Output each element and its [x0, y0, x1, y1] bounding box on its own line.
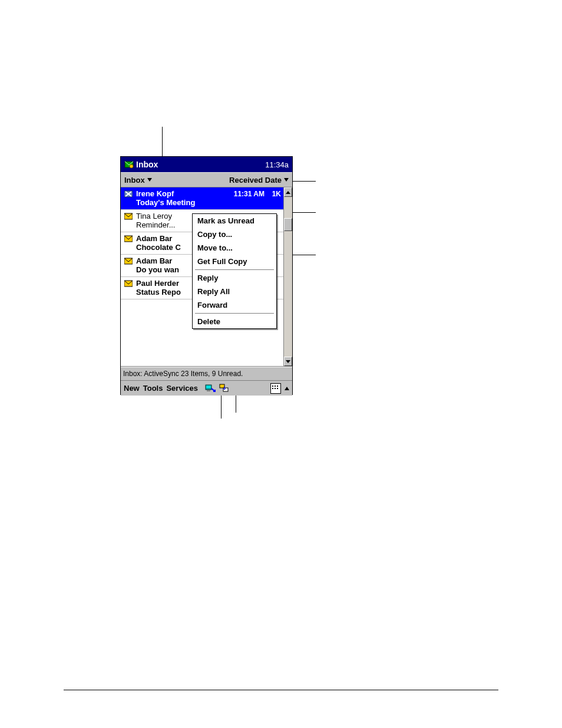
sort-dropdown[interactable]: Received Date: [229, 176, 289, 185]
new-command[interactable]: New: [122, 384, 141, 393]
folder-dropdown[interactable]: Inbox: [124, 176, 229, 185]
app-title: Inbox: [136, 160, 265, 169]
chevron-down-icon: [284, 178, 289, 182]
menu-separator: [195, 269, 274, 270]
message-time: 11:31 AM: [230, 190, 265, 198]
envelope-icon: [123, 258, 134, 265]
status-bar: Inbox: ActiveSync 23 Items, 9 Unread.: [121, 367, 292, 381]
menu-item[interactable]: Move to...: [193, 241, 276, 255]
inbox-app-icon: [124, 160, 134, 169]
folder-label: Inbox: [124, 176, 145, 185]
services-command[interactable]: Services: [164, 384, 200, 393]
connect-icon[interactable]: [204, 383, 216, 394]
send-receive-icon[interactable]: [219, 383, 230, 394]
status-text: Inbox: ActiveSync 23 Items, 9 Unread.: [123, 370, 243, 378]
arrow-up-icon: [286, 191, 290, 194]
message-size: 1K: [265, 190, 281, 198]
arrow-up-icon: [285, 387, 289, 390]
envelope-icon: [123, 213, 134, 220]
arrow-down-icon: [286, 360, 290, 363]
tools-command[interactable]: Tools: [141, 384, 165, 393]
envelope-icon: [123, 235, 134, 242]
scroll-thumb[interactable]: [284, 218, 292, 231]
callout-line: [162, 127, 163, 156]
svg-rect-10: [206, 386, 211, 388]
envelope-icon: [123, 280, 134, 287]
menu-item[interactable]: Delete: [193, 315, 276, 328]
menu-item[interactable]: Reply: [193, 271, 276, 285]
callout-line: [292, 181, 316, 182]
bottom-bar: New Tools Services: [121, 381, 292, 396]
pocket-pc-window: Inbox 11:34a Inbox Received Date Irene K…: [120, 156, 293, 395]
keyboard-toggle[interactable]: [270, 383, 282, 394]
keyboard-icon: [270, 383, 281, 394]
svg-point-1: [130, 164, 133, 168]
svg-rect-12: [220, 384, 224, 388]
menu-item[interactable]: Get Full Copy: [193, 255, 276, 268]
scroll-up-button[interactable]: [284, 187, 292, 197]
vertical-scrollbar[interactable]: [283, 187, 292, 366]
message-row[interactable]: Irene Kopf11:31 AM1KToday's Meeting: [121, 187, 283, 210]
message-sender: Irene Kopf: [134, 189, 230, 198]
chevron-down-icon: [147, 178, 152, 182]
svg-rect-13: [223, 388, 228, 391]
callout-line: [236, 395, 236, 413]
menu-item[interactable]: Forward: [193, 298, 276, 312]
menu-item[interactable]: Mark as Unread: [193, 214, 276, 228]
blocked-mail-icon: [123, 190, 134, 197]
callout-line: [292, 212, 316, 213]
filter-bar: Inbox Received Date: [121, 172, 292, 187]
clock[interactable]: 11:34a: [265, 160, 289, 169]
message-list-area: Irene Kopf11:31 AM1KToday's MeetingTina …: [121, 187, 292, 367]
sip-menu-button[interactable]: [283, 383, 291, 394]
menu-item[interactable]: Copy to...: [193, 228, 276, 241]
page-footer-rule: [64, 690, 498, 690]
menu-item[interactable]: Reply All: [193, 285, 276, 298]
scroll-down-button[interactable]: [284, 357, 292, 366]
callout-line: [221, 395, 222, 419]
svg-rect-11: [207, 390, 210, 391]
context-menu: Mark as UnreadCopy to...Move to...Get Fu…: [192, 213, 277, 329]
sort-label: Received Date: [229, 176, 282, 185]
menu-separator: [195, 313, 274, 314]
title-bar: Inbox 11:34a: [121, 157, 292, 172]
message-subject: Today's Meeting: [123, 198, 281, 207]
